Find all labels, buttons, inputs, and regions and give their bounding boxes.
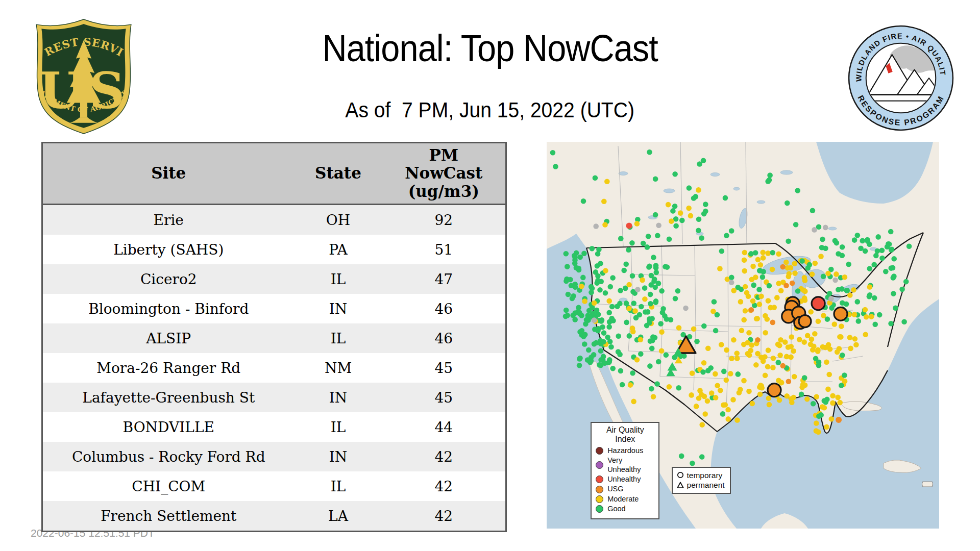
table-cell: Mora-26 Ranger Rd <box>42 353 295 383</box>
table-cell: IL <box>295 471 382 501</box>
table-cell: LA <box>295 501 382 532</box>
table-cell: 46 <box>382 294 506 323</box>
top-site-marker <box>834 307 847 320</box>
aqi-color-swatch <box>596 461 603 469</box>
forest-service-logo: FOREST SERVICE U S DEPARTMENT OF AGRICUL… <box>30 17 138 137</box>
table-row: ErieOH92 <box>42 205 506 235</box>
table-cell: Liberty (SAHS) <box>42 235 295 264</box>
shape-legend-label: permanent <box>687 480 725 490</box>
aqi-map: Air Quality Index HazardousVery Unhealth… <box>547 142 939 529</box>
aqi-legend-item: Moderate <box>596 495 654 504</box>
aqi-legend: Air Quality Index HazardousVery Unhealth… <box>591 422 659 519</box>
aqi-color-swatch <box>596 495 603 503</box>
top-site-marker <box>812 297 825 310</box>
as-of-subtitle: As of 7 PM, Jun 15, 2022 (UTC) <box>153 98 827 122</box>
table-cell: 45 <box>382 383 506 412</box>
permanent-triangle-icon <box>677 482 684 489</box>
slide: FOREST SERVICE U S DEPARTMENT OF AGRICUL… <box>0 0 980 551</box>
table-cell: OH <box>295 205 382 235</box>
aqi-legend-item: Unhealthy <box>596 475 654 484</box>
table-row: Mora-26 Ranger RdNM45 <box>42 353 506 383</box>
table-cell: 92 <box>382 205 506 235</box>
aqi-legend-label: Good <box>607 505 625 513</box>
table-cell: IL <box>295 412 382 442</box>
table-cell: BONDVILLE <box>42 412 295 442</box>
monitor-dot <box>836 417 842 423</box>
wfaqrp-logo: WILDLAND FIRE • AIR QUALITY RESPONSE PRO… <box>846 23 955 133</box>
nowcast-table-body: ErieOH92Liberty (SAHS)PA51Cicero2IL47Blo… <box>42 205 506 532</box>
table-row: French SettlementLA42 <box>42 501 506 532</box>
table-row: Liberty (SAHS)PA51 <box>42 235 506 264</box>
table-cell: Erie <box>42 205 295 235</box>
shape-legend-temporary: temporary <box>677 470 725 480</box>
table-cell: IN <box>295 442 382 471</box>
table-row: Bloomington - BinfordIN46 <box>42 294 506 323</box>
aqi-color-swatch <box>596 505 603 513</box>
table-cell: 45 <box>382 353 506 383</box>
table-cell: 47 <box>382 264 506 294</box>
table-cell: IN <box>295 294 382 323</box>
table-cell: Lafayette-Greenbush St <box>42 383 295 412</box>
monitor-dot <box>626 223 632 229</box>
aqi-legend-title: Air Quality Index <box>596 425 654 444</box>
table-cell: IL <box>295 264 382 294</box>
col-header-state: State <box>295 143 382 205</box>
aqi-legend-label: Hazardous <box>607 446 643 455</box>
table-row: Lafayette-Greenbush StIN45 <box>42 383 506 412</box>
table-cell: IN <box>295 383 382 412</box>
top-site-marker <box>768 384 781 397</box>
temporary-circle-icon <box>677 471 684 479</box>
table-cell: 46 <box>382 323 506 353</box>
aqi-legend-label: Unhealthy <box>607 475 641 484</box>
aqi-legend-label: USG <box>607 485 623 493</box>
table-row: BONDVILLEIL44 <box>42 412 506 442</box>
aqi-color-swatch <box>596 447 603 455</box>
shape-legend-label: temporary <box>687 470 723 480</box>
table-cell: CHI_COM <box>42 471 295 501</box>
aqi-legend-item: Very Unhealthy <box>596 456 654 474</box>
table-row: CHI_COMIL42 <box>42 471 506 501</box>
table-cell: Bloomington - Binford <box>42 294 295 323</box>
nowcast-table-container: Site State PM NowCast (ug/m3) ErieOH92Li… <box>41 142 507 532</box>
table-cell: NM <box>295 353 382 383</box>
table-cell: 51 <box>382 235 506 264</box>
table-cell: 42 <box>382 442 506 471</box>
table-cell: ALSIP <box>42 323 295 353</box>
table-cell: 42 <box>382 471 506 501</box>
shape-legend-permanent: permanent <box>677 480 725 490</box>
table-cell: 42 <box>382 501 506 532</box>
top-site-marker <box>799 315 811 328</box>
aqi-legend-items: HazardousVery UnhealthyUnhealthyUSGModer… <box>596 446 654 514</box>
table-row: Cicero2IL47 <box>42 264 506 294</box>
nowcast-table: Site State PM NowCast (ug/m3) ErieOH92Li… <box>41 142 507 532</box>
table-cell: 44 <box>382 412 506 442</box>
table-cell: PA <box>295 235 382 264</box>
aqi-legend-label: Moderate <box>607 495 639 504</box>
table-row: ALSIPIL46 <box>42 323 506 353</box>
aqi-legend-item: Good <box>596 505 654 513</box>
page-title: National: Top NowCast <box>153 27 827 70</box>
aqi-legend-label: Very Unhealthy <box>607 456 654 474</box>
table-header-row: Site State PM NowCast (ug/m3) <box>42 143 506 205</box>
table-cell: French Settlement <box>42 501 295 532</box>
aqi-legend-item: USG <box>596 485 654 493</box>
table-cell: Cicero2 <box>42 264 295 294</box>
table-cell: Columbus - Rocky Ford Rd <box>42 442 295 471</box>
col-header-pm-nowcast: PM NowCast (ug/m3) <box>382 143 506 205</box>
aqi-color-swatch <box>596 486 603 493</box>
puerto-rico-island <box>922 482 933 487</box>
shape-legend: temporary permanent <box>672 467 731 494</box>
table-row: Columbus - Rocky Ford RdIN42 <box>42 442 506 471</box>
aqi-color-swatch <box>596 475 603 483</box>
table-cell: IL <box>295 323 382 353</box>
col-header-site: Site <box>42 143 295 205</box>
aqi-legend-item: Hazardous <box>596 446 654 455</box>
